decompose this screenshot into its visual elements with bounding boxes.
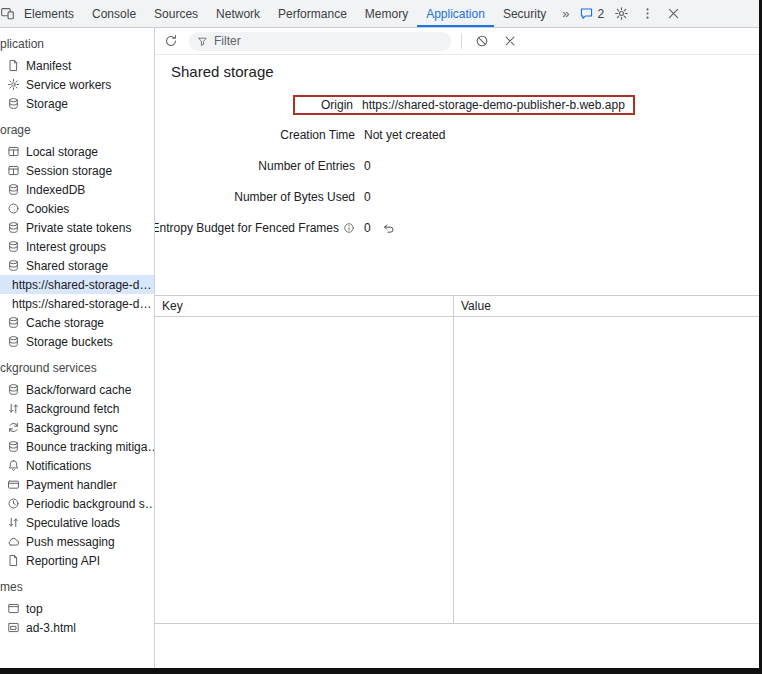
metadata-value-text: 0 — [364, 221, 371, 235]
more-tabs-button[interactable]: » — [555, 0, 576, 27]
filter-input[interactable]: Filter — [189, 32, 451, 51]
sidebar-item-https-shared-storage-d[interactable]: https://shared-storage-d… — [0, 275, 154, 294]
metadata-row-creation-time: Creation TimeNot yet created — [171, 127, 743, 143]
sidebar-item-interest-groups[interactable]: Interest groups — [0, 237, 154, 256]
sidebar-item-ad-3-html[interactable]: ad-3.html — [0, 618, 154, 637]
sidebar-item-label: Private state tokens — [26, 221, 131, 235]
sidebar-item-label: Storage buckets — [26, 335, 113, 349]
sidebar-item-label: Bounce tracking mitiga… — [26, 440, 154, 454]
sidebar-item-label: Service workers — [26, 78, 111, 92]
frame-icon — [7, 602, 20, 615]
tab-console[interactable]: Console — [83, 0, 145, 27]
refresh-button[interactable] — [161, 31, 181, 51]
funnel-icon — [197, 36, 208, 47]
tab-memory[interactable]: Memory — [356, 0, 417, 27]
metadata-label-text: Entropy Budget for Fenced Frames — [155, 221, 339, 235]
tab-network[interactable]: Network — [207, 0, 269, 27]
kebab-menu-icon — [640, 6, 655, 21]
sidebar-item-label: Periodic background s… — [26, 497, 154, 511]
sidebar-item-top[interactable]: top — [0, 599, 154, 618]
sidebar-item-private-state-tokens[interactable]: Private state tokens — [0, 218, 154, 237]
metadata-label: Creation Time — [171, 128, 355, 142]
sidebar-item-label: Notifications — [26, 459, 91, 473]
message-count: 2 — [597, 7, 604, 21]
sidebar-item-notifications[interactable]: Notifications — [0, 456, 154, 475]
metadata-label-text: Number of Bytes Used — [234, 190, 355, 204]
shared-storage-toolbar: Filter — [155, 28, 759, 55]
sidebar-item-label: IndexedDB — [26, 183, 85, 197]
sidebar-item-storage-buckets[interactable]: Storage buckets — [0, 332, 154, 351]
tab-security[interactable]: Security — [494, 0, 555, 27]
close-icon — [503, 34, 517, 48]
metadata-value: 0 — [364, 190, 371, 204]
metadata-value-text: https://shared-storage-demo-publisher-b.… — [362, 98, 625, 112]
metadata-row-number-of-bytes-used: Number of Bytes Used0 — [171, 189, 743, 205]
metadata-label-text: Number of Entries — [258, 159, 355, 173]
sidebar-item-label: Shared storage — [26, 259, 108, 273]
tab-application[interactable]: Application — [417, 0, 494, 27]
application-sidebar: plicationManifestService workersStorageo… — [0, 28, 155, 668]
delete-all-button[interactable] — [472, 31, 492, 51]
sidebar-item-back-forward-cache[interactable]: Back/forward cache — [0, 380, 154, 399]
metadata-label: Origin — [313, 98, 353, 112]
toggle-device-toolbar-button[interactable] — [0, 0, 15, 27]
sidebar-item-label: Storage — [26, 97, 68, 111]
more-options-button[interactable] — [635, 2, 659, 26]
reset-entropy-budget-button[interactable] — [381, 220, 397, 236]
console-messages-button[interactable]: 2 — [576, 2, 607, 26]
sidebar-tree: plicationManifestService workersStorageo… — [0, 30, 154, 637]
sidebar-item-cookies[interactable]: Cookies — [0, 199, 154, 218]
sidebar-item-label: Reporting API — [26, 554, 100, 568]
shared-storage-report: Shared storage Originhttps://shared-stor… — [155, 55, 759, 295]
sidebar-item-bounce-tracking-mitiga[interactable]: Bounce tracking mitiga… — [0, 437, 154, 456]
sidebar-item-background-fetch[interactable]: Background fetch — [0, 399, 154, 418]
sidebar-item-https-shared-storage-d[interactable]: https://shared-storage-d… — [0, 294, 154, 313]
sidebar-item-speculative-loads[interactable]: Speculative loads — [0, 513, 154, 532]
sidebar-item-storage[interactable]: Storage — [0, 94, 154, 113]
up-down-arrows-icon — [7, 516, 20, 529]
toolbar-separator — [461, 34, 462, 49]
cookie-icon — [7, 202, 20, 215]
sidebar-item-indexeddb[interactable]: IndexedDB — [0, 180, 154, 199]
reset-icon — [382, 222, 395, 235]
metadata-value-text: 0 — [364, 159, 371, 173]
sidebar-item-service-workers[interactable]: Service workers — [0, 75, 154, 94]
sidebar-item-payment-handler[interactable]: Payment handler — [0, 475, 154, 494]
sidebar-item-periodic-background-s[interactable]: Periodic background s… — [0, 494, 154, 513]
settings-button[interactable] — [609, 2, 633, 26]
sidebar-item-reporting-api[interactable]: Reporting API — [0, 551, 154, 570]
metadata-label: Entropy Budget for Fenced Frames — [171, 221, 355, 235]
sidebar-item-session-storage[interactable]: Session storage — [0, 161, 154, 180]
sidebar-item-label: Interest groups — [26, 240, 106, 254]
sidebar-item-cache-storage[interactable]: Cache storage — [0, 313, 154, 332]
database-icon — [7, 240, 20, 253]
sidebar-item-label: Push messaging — [26, 535, 115, 549]
table-icon — [7, 164, 20, 177]
clock-icon — [7, 497, 20, 510]
metadata-value-text: Not yet created — [364, 128, 445, 142]
sidebar-item-push-messaging[interactable]: Push messaging — [0, 532, 154, 551]
tab-elements[interactable]: Elements — [15, 0, 83, 27]
sidebar-item-label: Back/forward cache — [26, 383, 131, 397]
close-devtools-button[interactable] — [661, 2, 685, 26]
sidebar-item-label: Background fetch — [26, 402, 119, 416]
database-icon — [7, 383, 20, 396]
metadata-row-number-of-entries: Number of Entries0 — [171, 158, 743, 174]
column-header-value[interactable]: Value — [454, 296, 759, 317]
gear-icon — [614, 6, 629, 21]
preview-pane — [155, 624, 759, 668]
sidebar-item-background-sync[interactable]: Background sync — [0, 418, 154, 437]
sidebar-item-shared-storage[interactable]: Shared storage — [0, 256, 154, 275]
document-icon — [7, 59, 20, 72]
tab-sources[interactable]: Sources — [145, 0, 207, 27]
metadata-label-text: Origin — [321, 98, 353, 112]
delete-selected-button[interactable] — [500, 31, 520, 51]
sidebar-item-label: ad-3.html — [26, 621, 76, 635]
sidebar-item-local-storage[interactable]: Local storage — [0, 142, 154, 161]
sidebar-item-manifest[interactable]: Manifest — [0, 56, 154, 75]
section-header-frames: mes — [0, 570, 154, 599]
column-header-key[interactable]: Key — [155, 296, 454, 317]
main-panel: Filter Shared storage Originhttps://shar… — [155, 28, 759, 668]
metadata-row-entropy-budget-for-fenced-frames: Entropy Budget for Fenced Frames0 — [171, 220, 743, 236]
tab-performance[interactable]: Performance — [269, 0, 356, 27]
